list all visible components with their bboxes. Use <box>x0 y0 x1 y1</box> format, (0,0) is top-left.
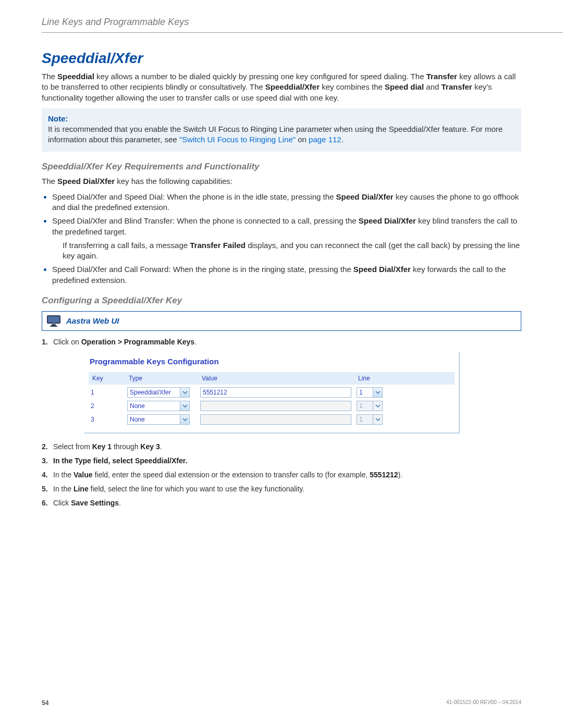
term: Speed Dial/Xfer <box>57 177 115 186</box>
text: key has the following capabilities: <box>115 177 232 186</box>
col-type: Type <box>126 373 199 384</box>
value-input[interactable] <box>200 401 351 411</box>
divider <box>42 32 563 33</box>
key-number: 2 <box>89 401 125 411</box>
step-5: In the Line field, select the line for w… <box>42 484 521 494</box>
line-select: 1 <box>357 401 383 411</box>
line-value: 1 <box>357 402 373 410</box>
term-speeddial-xfer: Speeddial/Xfer <box>265 82 320 91</box>
page-title: Speeddial/Xfer <box>42 48 521 68</box>
col-key: Key <box>89 373 126 384</box>
term: Speed Dial/Xfer <box>359 216 416 225</box>
list-item: Speed Dial/Xfer and Speed Dial: When the… <box>52 192 521 213</box>
line-value: 1 <box>357 415 373 424</box>
doc-revision: 41-001522-00 REV00 – 04.2014 <box>446 699 521 707</box>
text: In the <box>53 485 74 493</box>
step-2: Select from Key 1 through Key 3. <box>42 442 521 452</box>
table-row: 3None1 <box>89 414 455 425</box>
term-transfer: Transfer <box>426 72 457 81</box>
value-input[interactable] <box>200 414 351 425</box>
pk-header-row: Key Type Value Line <box>89 372 455 385</box>
step-3: In the Type field, select Speeddial/Xfer… <box>42 456 521 466</box>
note-link[interactable]: "Switch UI Focus to Ringing Line" <box>179 135 296 144</box>
page-number: 54 <box>42 699 48 707</box>
term: Value <box>74 471 93 479</box>
text: field, select the line for which you wan… <box>89 485 305 493</box>
step-4: In the Value field, enter the speed dial… <box>42 470 521 480</box>
webui-label: Aastra Web UI <box>66 316 119 326</box>
chevron-down-icon[interactable] <box>373 388 382 397</box>
line-select[interactable]: 1 <box>357 387 383 398</box>
term-speed-dial: Speed dial <box>385 82 424 91</box>
term-transfer2: Transfer <box>442 82 472 91</box>
svg-rect-2 <box>52 324 56 326</box>
text: and <box>424 82 441 91</box>
menu-path: Operation > Programmable Keys <box>81 338 194 346</box>
type-value: None <box>128 415 180 424</box>
key-number: 3 <box>89 415 125 424</box>
text: If transferring a call fails, a message <box>63 241 190 250</box>
term: Key 1 <box>92 442 112 451</box>
text: through <box>112 442 140 451</box>
chevron-down-icon[interactable] <box>180 401 189 411</box>
text: key allows a number to be dialed quickly… <box>94 72 426 81</box>
type-value: Speeddial/Xfer <box>128 388 180 397</box>
monitor-icon <box>46 315 61 327</box>
type-select[interactable]: Speeddial/Xfer <box>127 387 190 398</box>
chevron-down-icon[interactable] <box>180 388 189 397</box>
col-value: Value <box>199 373 355 384</box>
table-row: 2None1 <box>89 400 455 412</box>
step-6: Click Save Settings. <box>42 498 521 508</box>
list-item: Speed Dial/Xfer and Call Forward: When t… <box>52 264 521 286</box>
term: Speed Dial/Xfer <box>336 192 394 201</box>
text: The <box>42 72 57 81</box>
term: Transfer Failed <box>190 241 246 250</box>
type-select[interactable]: None <box>127 401 190 411</box>
steps-list: Click on Operation > Programmable Keys. … <box>42 337 521 508</box>
text: Click on <box>53 338 81 346</box>
reqs-lead: The Speed Dial/Xfer key has the followin… <box>42 176 521 187</box>
type-value: None <box>128 402 180 410</box>
chevron-down-icon <box>373 401 382 411</box>
note-box: Note: It is recommended that you enable … <box>42 108 521 152</box>
chevron-down-icon[interactable] <box>180 415 189 424</box>
text: Select from <box>53 442 92 451</box>
term: Speeddial/Xfer <box>135 456 185 465</box>
term: Speed Dial/Xfer <box>353 265 411 274</box>
note-pageref-link[interactable]: page 112 <box>309 135 341 144</box>
table-row: 1Speeddial/Xfer55512121 <box>89 387 455 398</box>
text: Speed Dial/Xfer and Speed Dial: When the… <box>52 192 336 201</box>
text: on <box>296 135 309 144</box>
value-input[interactable]: 5551212 <box>200 387 351 398</box>
text: . <box>160 442 162 451</box>
subhead-configuring: Configuring a Speeddial/Xfer Key <box>42 295 521 307</box>
note-label: Note: <box>48 114 515 124</box>
text: The <box>42 177 57 186</box>
text: Click <box>53 499 71 507</box>
term: 5551212 <box>370 471 398 479</box>
term: Type <box>75 456 91 465</box>
text: Speed Dial/Xfer and Call Forward: When t… <box>52 265 353 274</box>
breadcrumb: Line Keys and Programmable Keys <box>42 16 521 32</box>
col-line: Line <box>355 373 407 384</box>
text: field, enter the speed dial extension or… <box>93 471 370 479</box>
text: In the <box>53 471 74 479</box>
text: . <box>185 456 187 465</box>
subhead-requirements: Speeddial/Xfer Key Requirements and Func… <box>42 161 521 173</box>
text: ). <box>398 471 403 479</box>
key-number: 1 <box>89 388 125 397</box>
text: . <box>119 499 121 507</box>
step-1: Click on Operation > Programmable Keys. … <box>42 337 521 434</box>
list-item: Speed Dial/Xfer and Blind Transfer: When… <box>52 216 521 261</box>
line-select: 1 <box>357 414 383 425</box>
transfer-failed-note: If transferring a call fails, a message … <box>63 240 521 262</box>
text: Speed Dial/Xfer and Blind Transfer: When… <box>52 216 359 225</box>
svg-rect-1 <box>48 316 59 323</box>
term: Key 3 <box>140 442 160 451</box>
page-footer: 54 41-001522-00 REV00 – 04.2014 <box>42 699 521 707</box>
text: In the <box>53 456 75 465</box>
type-select[interactable]: None <box>127 414 190 425</box>
term-speeddial: Speeddial <box>57 72 94 81</box>
text: . <box>341 135 344 144</box>
programmable-keys-panel: Programmable Keys Configuration Key Type… <box>84 352 460 434</box>
